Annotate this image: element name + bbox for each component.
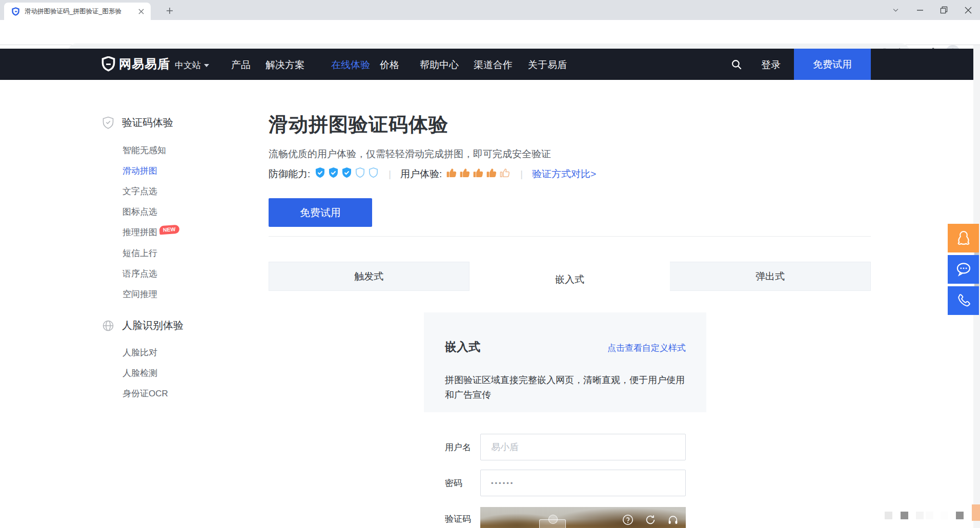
chevron-down-icon bbox=[204, 64, 209, 67]
tab-title: 滑动拼图验证码_拼图验证_图形验 bbox=[25, 7, 131, 16]
browser-tab[interactable]: 滑动拼图验证码_拼图验证_图形验 bbox=[4, 3, 151, 20]
defense-label: 防御能力: bbox=[269, 167, 310, 181]
indicator-square bbox=[926, 512, 933, 519]
indicator-square bbox=[941, 512, 948, 519]
nav-item-help-center[interactable]: 帮助中心 bbox=[420, 58, 459, 72]
tab-strip: 滑动拼图验证码_拼图验证_图形验 bbox=[0, 0, 980, 20]
sidebar-item-id-ocr[interactable]: 身份证OCR bbox=[122, 388, 168, 399]
tab-search-chevron-icon[interactable] bbox=[884, 0, 908, 20]
sidebar-item-text-click[interactable]: 文字点选 bbox=[122, 185, 157, 197]
username-label: 用户名 bbox=[445, 441, 471, 453]
sidebar-item-smart-sensorless[interactable]: 智能无感知 bbox=[122, 144, 166, 156]
defense-shield-rating bbox=[314, 167, 379, 181]
sidebar-item-inference-jigsaw[interactable]: 推理拼图NEW bbox=[122, 226, 179, 238]
restore-icon[interactable] bbox=[932, 0, 956, 20]
sidebar-item-icon-click[interactable]: 图标点选 bbox=[122, 206, 157, 218]
sidebar-item-sms-upstream[interactable]: 短信上行 bbox=[122, 247, 157, 259]
divider: | bbox=[389, 169, 391, 180]
chat-bubble-icon bbox=[955, 261, 972, 278]
compare-methods-link[interactable]: 验证方式对比> bbox=[532, 167, 596, 181]
shield-icon bbox=[368, 167, 379, 181]
nav-item-about[interactable]: 关于易盾 bbox=[528, 58, 567, 72]
demo-mode-tabs: 触发式 嵌入式 弹出式 bbox=[269, 262, 871, 291]
sidebar-section-face: 人脸识别体验 bbox=[102, 319, 183, 332]
language-label: 中文站 bbox=[175, 59, 201, 71]
section-title: 验证码体验 bbox=[122, 116, 173, 130]
section-divider bbox=[269, 236, 871, 237]
password-input[interactable] bbox=[480, 470, 686, 496]
indicator-square bbox=[956, 512, 964, 519]
shield-icon bbox=[328, 167, 339, 181]
rating-row: 防御能力: | 用户体验: | 验证方式对比> bbox=[269, 167, 596, 181]
language-selector[interactable]: 中文站 bbox=[175, 59, 209, 71]
nav-item-channel-partners[interactable]: 渠道合作 bbox=[474, 58, 513, 72]
nav-item-pricing[interactable]: 价格 bbox=[380, 58, 399, 72]
login-link[interactable]: 登录 bbox=[761, 58, 781, 72]
sidebar-section-captcha: 验证码体验 bbox=[102, 116, 173, 130]
page-subtitle: 流畅优质的用户体验，仅需轻轻滑动完成拼图，即可完成安全验证 bbox=[269, 147, 551, 161]
favicon-shield-icon bbox=[11, 7, 20, 16]
indicator-square bbox=[916, 512, 924, 519]
tab-popup-mode[interactable]: 弹出式 bbox=[670, 262, 871, 291]
ux-label: 用户体验: bbox=[400, 167, 442, 181]
ux-thumb-rating bbox=[446, 167, 511, 181]
qq-icon bbox=[955, 229, 972, 247]
nav-free-trial-button[interactable]: 免费试用 bbox=[794, 49, 871, 80]
shield-icon bbox=[314, 167, 326, 181]
yidun-shield-icon bbox=[101, 56, 115, 72]
qq-contact-button[interactable] bbox=[948, 224, 979, 252]
thumb-up-icon bbox=[473, 167, 484, 181]
sidebar-item-slide-jigsaw[interactable]: 滑动拼图 bbox=[122, 165, 157, 177]
card-title: 嵌入式 bbox=[445, 339, 480, 355]
free-trial-button[interactable]: 免费试用 bbox=[269, 198, 372, 227]
yidun-logo[interactable]: 网易易盾 bbox=[101, 56, 170, 72]
thumb-up-icon bbox=[486, 167, 498, 181]
phone-icon bbox=[955, 292, 972, 309]
captcha-image[interactable] bbox=[480, 507, 686, 528]
password-label: 密码 bbox=[445, 477, 462, 489]
divider: | bbox=[520, 169, 523, 180]
sidebar-item-spatial-inference[interactable]: 空间推理 bbox=[122, 288, 157, 300]
chat-contact-button[interactable] bbox=[948, 255, 979, 284]
captcha-label: 验证码 bbox=[445, 513, 471, 525]
captcha-help-icon[interactable] bbox=[622, 514, 634, 525]
thumb-up-icon bbox=[459, 167, 471, 181]
indicator-square bbox=[901, 512, 908, 519]
tab-embedded-mode[interactable]: 嵌入式 bbox=[469, 262, 670, 298]
globe-icon bbox=[102, 320, 114, 332]
captcha-refresh-icon[interactable] bbox=[645, 514, 656, 525]
window-controls bbox=[884, 0, 980, 20]
sidebar-item-word-order-click[interactable]: 语序点选 bbox=[122, 268, 157, 280]
demo-card-header: 嵌入式 点击查看自定义样式 拼图验证区域直接完整嵌入网页，清晰直观，便于用户使用… bbox=[424, 312, 706, 412]
thumb-up-icon bbox=[499, 167, 511, 181]
card-description: 拼图验证区域直接完整嵌入网页，清晰直观，便于用户使用和广告宣传 bbox=[445, 373, 688, 403]
nav-item-online-trial[interactable]: 在线体验 bbox=[331, 58, 370, 72]
shield-check-icon bbox=[102, 116, 114, 130]
indicator-square-orange bbox=[972, 504, 980, 521]
indicator-square bbox=[885, 512, 892, 519]
section-title: 人脸识别体验 bbox=[122, 319, 183, 332]
shield-icon bbox=[354, 167, 366, 181]
tab-close-icon[interactable] bbox=[136, 7, 146, 16]
item-label: 推理拼图 bbox=[122, 227, 157, 237]
minimize-icon[interactable] bbox=[908, 0, 932, 20]
sidebar-item-face-compare[interactable]: 人脸比对 bbox=[122, 347, 157, 358]
search-icon[interactable] bbox=[730, 58, 743, 71]
nav-item-products[interactable]: 产品 bbox=[231, 58, 251, 72]
captcha-audio-icon[interactable] bbox=[667, 514, 679, 525]
tab-trigger-mode[interactable]: 触发式 bbox=[269, 262, 469, 291]
page-title: 滑动拼图验证码体验 bbox=[269, 112, 448, 138]
nav-item-solutions[interactable]: 解决方案 bbox=[266, 58, 304, 72]
address-bar: dun.163.com/trial/jigsaw bbox=[0, 20, 980, 45]
close-window-icon[interactable] bbox=[956, 0, 980, 20]
browser-window: 滑动拼图验证码_拼图验证_图形验 bbox=[0, 0, 980, 528]
puzzle-piece bbox=[539, 519, 566, 528]
username-input[interactable] bbox=[480, 434, 686, 460]
new-tab-icon[interactable] bbox=[163, 4, 176, 17]
thumb-up-icon bbox=[446, 167, 458, 181]
sidebar-item-face-detect[interactable]: 人脸检测 bbox=[122, 367, 157, 379]
phone-contact-button[interactable] bbox=[948, 286, 979, 315]
logo-text: 网易易盾 bbox=[119, 56, 170, 72]
custom-style-link[interactable]: 点击查看自定义样式 bbox=[607, 342, 686, 354]
new-badge: NEW bbox=[159, 225, 179, 235]
